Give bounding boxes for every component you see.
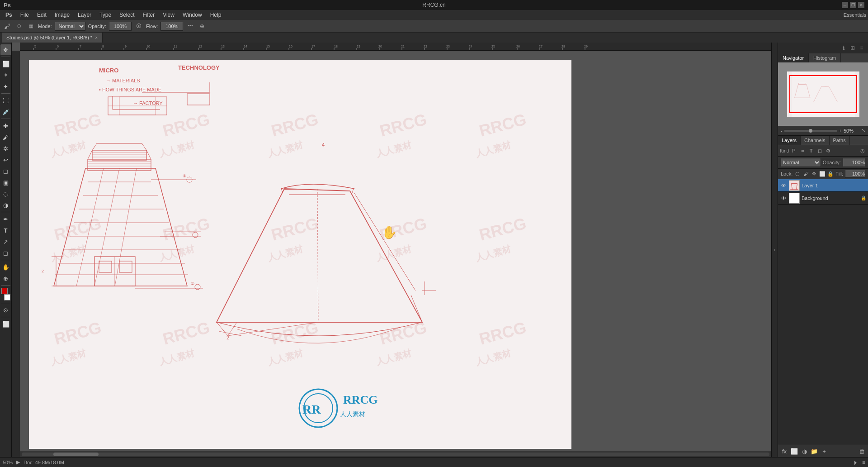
filter-text-icon[interactable]: T (807, 147, 815, 154)
svg-text:20: 20 (378, 45, 382, 48)
opacity-label: Opacity: (88, 24, 106, 29)
opacity-input[interactable] (109, 22, 132, 31)
minimize-button[interactable]: ─ (842, 2, 848, 8)
menu-edit[interactable]: Edit (33, 11, 50, 19)
restore-button[interactable]: ❐ (850, 2, 856, 8)
menu-select[interactable]: Select (116, 11, 138, 19)
menu-image[interactable]: Image (51, 11, 73, 19)
gradient-tool[interactable]: ▣ (0, 177, 11, 188)
zoom-status[interactable]: 50% (3, 460, 13, 465)
smoothing-icon[interactable]: 〜 (186, 22, 195, 31)
screen-mode-tool[interactable]: ⬜ (0, 319, 11, 329)
navigator-view-box[interactable] (789, 75, 857, 113)
close-button[interactable]: ✕ (858, 2, 864, 8)
move-tool[interactable]: ✥ (0, 44, 11, 55)
clone-tool[interactable]: ✲ (0, 143, 11, 154)
path-tool[interactable]: ↗ (0, 236, 11, 247)
svg-text:RRCG: RRCG (52, 318, 103, 348)
lock-move-icon[interactable]: ✥ (811, 170, 817, 177)
new-fill-layer-button[interactable]: ◑ (800, 447, 809, 456)
dodge-tool[interactable]: ◑ (0, 200, 11, 210)
menu-window[interactable]: Window (179, 11, 206, 19)
arrange-icon[interactable]: ≡ (862, 459, 865, 466)
scrollbar-track[interactable] (22, 453, 769, 456)
foreground-color-swatch[interactable] (1, 288, 8, 294)
timeline-icon[interactable]: ⏵ (853, 459, 859, 466)
filter-toggle[interactable]: ◎ (859, 147, 866, 154)
menu-help[interactable]: Help (207, 11, 225, 19)
filter-adjust-icon[interactable]: ≈ (799, 147, 806, 154)
panel-icon-more[interactable]: ≡ (857, 43, 866, 52)
layer-item-background[interactable]: 👁 Background 🔒 (778, 192, 868, 205)
fill-value-input[interactable] (845, 170, 865, 178)
horizontal-scrollbar[interactable] (20, 451, 771, 457)
pressure-icon[interactable]: ⊕ (198, 22, 207, 31)
navigator-preview[interactable] (778, 62, 868, 126)
tab-layers[interactable]: Layers (778, 136, 801, 145)
layer-visibility-background[interactable]: 👁 (780, 195, 787, 202)
tab-navigator[interactable]: Navigator (778, 53, 809, 62)
pen-tool[interactable]: ✒ (0, 214, 11, 224)
marquee-tool[interactable]: ⬜ (0, 58, 11, 69)
opacity-value-input[interactable] (843, 158, 865, 167)
lock-transparent-icon[interactable]: ⬡ (794, 170, 801, 177)
menu-ps[interactable]: Ps (2, 11, 16, 19)
tab-paths[interactable]: Paths (830, 136, 850, 145)
lock-paint-icon[interactable]: 🖌 (802, 170, 809, 177)
zoom-tool[interactable]: ⊕ (0, 273, 11, 284)
add-mask-button[interactable]: ⬜ (790, 447, 799, 456)
tool-separator-1 (1, 57, 10, 57)
zoom-slider[interactable] (784, 130, 837, 132)
magic-wand-tool[interactable]: ✦ (0, 81, 11, 92)
zoom-in-icon[interactable]: + (839, 128, 842, 133)
zoom-expand-icon[interactable]: ⤡ (861, 128, 865, 133)
layer-item-layer1[interactable]: 👁 Layer 1 (778, 179, 868, 192)
canvas[interactable]: RRCG 人人素材 RRCG 人人素材 RRCG 人人素材 RRCG 人人素材 … (20, 51, 771, 457)
shape-tool[interactable]: ◻ (0, 248, 11, 258)
layer-thumbnail-layer1 (789, 180, 800, 191)
tab-histogram[interactable]: Histogram (809, 53, 841, 62)
scrollbar-thumb[interactable] (53, 453, 99, 456)
airbrush-icon[interactable]: ⦿ (134, 22, 143, 31)
eyedropper-tool[interactable]: 💉 (0, 106, 11, 117)
background-color-swatch[interactable] (4, 294, 10, 300)
panel-collapse-button[interactable]: ‹ (771, 43, 778, 457)
menu-file[interactable]: File (17, 11, 33, 19)
blend-mode-select[interactable]: Normal Multiply Screen Overlay (781, 158, 821, 167)
document-tab[interactable]: Studies.psd @ 50% (Layer 1, RGB/8) * × (2, 33, 103, 43)
filter-smart-icon[interactable]: ⚙ (825, 147, 832, 154)
quick-mask-tool[interactable]: ⊙ (0, 305, 11, 315)
canvas-area[interactable]: 5 6 7 8 9 10 11 12 13 (12, 43, 771, 457)
svg-text:人人素材: 人人素材 (340, 410, 365, 418)
eraser-tool[interactable]: ◻ (0, 166, 11, 176)
add-style-button[interactable]: fx (780, 447, 789, 456)
healing-tool[interactable]: ✚ (0, 120, 11, 131)
filter-shape-icon[interactable]: ◻ (816, 147, 823, 154)
menu-view[interactable]: View (159, 11, 178, 19)
history-brush-tool[interactable]: ↩ (0, 154, 11, 165)
tool-separator-7 (1, 303, 10, 303)
layer-visibility-layer1[interactable]: 👁 (780, 182, 787, 189)
type-tool[interactable]: T (0, 225, 11, 236)
flow-input[interactable] (160, 22, 183, 31)
menu-type[interactable]: Type (96, 11, 115, 19)
mode-select[interactable]: Normal Multiply Screen (55, 22, 85, 31)
new-layer-button[interactable]: + (820, 447, 829, 456)
menu-layer[interactable]: Layer (74, 11, 95, 19)
new-group-button[interactable]: 📁 (810, 447, 819, 456)
lasso-tool[interactable]: ⌖ (0, 70, 11, 81)
hand-tool[interactable]: ✋ (0, 262, 11, 272)
delete-layer-button[interactable]: 🗑 (857, 447, 866, 456)
tab-close[interactable]: × (95, 35, 98, 40)
zoom-out-icon[interactable]: - (781, 128, 783, 133)
blur-tool[interactable]: ◌ (0, 188, 11, 199)
lock-all-icon[interactable]: 🔒 (827, 170, 834, 177)
panel-icon-arrange[interactable]: ⊞ (848, 43, 857, 52)
tab-channels[interactable]: Channels (801, 136, 829, 145)
filter-pixel-icon[interactable]: P (790, 147, 797, 154)
menu-filter[interactable]: Filter (139, 11, 158, 19)
lock-artboard-icon[interactable]: ⬜ (819, 170, 826, 177)
panel-icon-info[interactable]: ℹ (839, 43, 848, 52)
brush-tool[interactable]: 🖌 (0, 132, 11, 143)
crop-tool[interactable]: ⛶ (0, 95, 11, 106)
